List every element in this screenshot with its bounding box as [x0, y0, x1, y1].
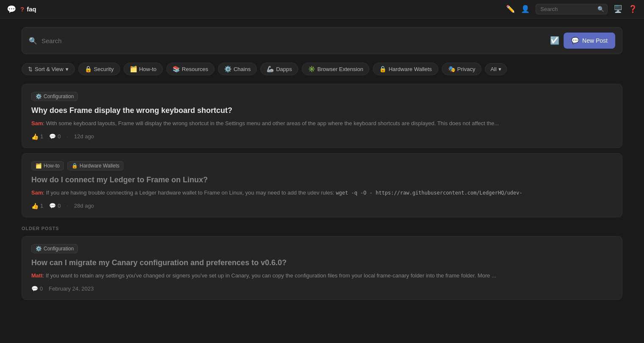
chat-icon: 💬: [7, 5, 16, 14]
post-3-excerpt-text: If you want to retain any settings you'v…: [46, 272, 496, 279]
post-1-comments: 💬 0: [49, 133, 61, 140]
resources-label: Resources: [182, 66, 208, 72]
new-post-button[interactable]: 💬 New Post: [564, 33, 615, 49]
post-2-tags: 🗂️ How-to 🔒 Hardware Wallets: [31, 161, 613, 170]
chains-label: Chains: [234, 66, 250, 72]
post-2-author: Sam: [31, 189, 43, 196]
all-chevron: ▾: [498, 66, 501, 72]
nav-search-input[interactable]: [536, 4, 608, 14]
post-1-tag-configuration: ⚙️ Configuration: [31, 92, 78, 101]
post-2-code: wget -q -O - https://raw.githubuserconte…: [336, 190, 523, 196]
hardware-pill-icon: 🔒: [72, 163, 78, 169]
user-icon[interactable]: 👤: [521, 5, 530, 14]
post-1-comments-count: 0: [58, 133, 61, 140]
post-3-title: How can I migrate my Canary configuratio…: [31, 258, 613, 268]
post-2-colon: :: [43, 189, 46, 196]
post-1-excerpt-text: With some keyboard layouts, Frame will d…: [46, 120, 499, 126]
post-3-comments: 💬 0: [31, 285, 43, 292]
sort-button[interactable]: ⇅ Sort & View ▾: [22, 63, 75, 75]
search-bar: 🔍 ☑️ 💬 New Post: [22, 27, 622, 54]
chains-icon: ⚙️: [224, 66, 231, 72]
filter-all[interactable]: All ▾: [485, 63, 506, 75]
post-card-1[interactable]: ⚙️ Configuration Why does Frame display …: [22, 84, 622, 148]
hardware-pill-label: Hardware Wallets: [80, 163, 119, 169]
config-pill-label: Configuration: [44, 93, 74, 99]
post-3-tag-configuration: ⚙️ Configuration: [31, 244, 78, 253]
older-posts-label: OLDER POSTS: [22, 226, 622, 231]
search-input[interactable]: [41, 37, 546, 44]
post-3-tags: ⚙️ Configuration: [31, 244, 613, 253]
post-1-dot: ·: [66, 133, 68, 140]
filter-dapps[interactable]: 🦾 Dapps: [260, 63, 298, 75]
sort-label: Sort & View: [35, 66, 63, 72]
hardware-wallets-icon: 🔒: [379, 66, 386, 72]
config-pill-icon: ⚙️: [36, 93, 42, 99]
howto-label: How-to: [139, 66, 157, 72]
logo-question: ?: [20, 5, 24, 13]
sort-chevron: ▾: [66, 66, 69, 72]
comment-icon: 💬: [49, 133, 56, 140]
notification-icon[interactable]: ✏️: [506, 5, 515, 14]
browser-extension-label: Browser Extension: [317, 66, 363, 72]
post-2-likes: 👍 1: [31, 203, 43, 209]
new-post-label: New Post: [582, 37, 608, 44]
post-2-title: How do I connect my Ledger to Frame on L…: [31, 175, 613, 185]
post-1-author: Sam: [31, 120, 43, 126]
app-logo: ? faq: [20, 5, 36, 13]
post-1-excerpt-colon: :: [43, 120, 46, 126]
dapps-icon: 🦾: [267, 66, 274, 72]
post-1-title: Why does Frame display the wrong keyboar…: [31, 105, 613, 116]
post-3-excerpt: Matt: If you want to retain any settings…: [31, 272, 613, 280]
filter-hardware-wallets[interactable]: 🔒 Hardware Wallets: [373, 63, 438, 75]
post-2-comments: 💬 0: [49, 203, 61, 209]
post-2-tag-howto: 🗂️ How-to: [31, 161, 64, 170]
security-label: Security: [94, 66, 114, 72]
post-2-excerpt: Sam: If you are having trouble connectin…: [31, 189, 613, 198]
filter-chains[interactable]: ⚙️ Chains: [218, 63, 257, 75]
post-2-comments-count: 0: [58, 203, 61, 209]
post-3-colon: :: [43, 272, 46, 279]
post-1-meta: 👍 1 💬 0 · 12d ago: [31, 133, 613, 140]
post-1-tags: ⚙️ Configuration: [31, 92, 613, 101]
check-icon: ☑️: [550, 36, 559, 45]
comment-icon-2: 💬: [49, 203, 56, 209]
help-icon[interactable]: ❓: [628, 5, 637, 14]
post-3-meta: 💬 0 February 24, 2023: [31, 285, 613, 292]
post-card-3[interactable]: ⚙️ Configuration How can I migrate my Ca…: [22, 236, 622, 300]
search-icon: 🔍: [29, 37, 37, 45]
post-3-comments-count: 0: [40, 285, 43, 292]
sort-icon: ⇅: [28, 66, 33, 72]
post-2-excerpt-text: If you are having trouble connecting a L…: [46, 189, 523, 196]
resources-icon: 📚: [173, 66, 180, 72]
post-3-author: Matt: [31, 272, 43, 279]
filter-howto[interactable]: 🗂️ How-to: [124, 63, 163, 75]
post-1-timestamp: 12d ago: [74, 133, 94, 140]
post-3-timestamp: February 24, 2023: [49, 285, 94, 292]
new-post-chat-icon: 💬: [571, 37, 579, 44]
config-pill-label-3: Configuration: [44, 246, 74, 252]
post-1-excerpt: Sam: With some keyboard layouts, Frame w…: [31, 119, 613, 128]
comment-icon-3: 💬: [31, 285, 38, 292]
post-1-likes-count: 1: [40, 133, 43, 140]
post-2-meta: 👍 1 💬 0 · 28d ago: [31, 203, 613, 209]
main-container: 🔍 ☑️ 💬 New Post ⇅ Sort & View ▾ 🔒 Securi…: [9, 19, 635, 313]
post-card-2[interactable]: 🗂️ How-to 🔒 Hardware Wallets How do I co…: [22, 153, 622, 217]
howto-pill-icon: 🗂️: [36, 163, 42, 169]
filter-browser-extension[interactable]: ✳️ Browser Extension: [302, 63, 369, 75]
hardware-wallets-label: Hardware Wallets: [388, 66, 432, 72]
logo-title: faq: [27, 5, 36, 13]
nav-search-wrapper: 🔍: [536, 4, 608, 14]
filter-security[interactable]: 🔒 Security: [78, 63, 120, 75]
desktop-icon[interactable]: 🖥️: [614, 5, 622, 14]
post-2-likes-count: 1: [40, 203, 43, 209]
filter-privacy[interactable]: 🎭 Privacy: [442, 63, 482, 75]
config-pill-icon-3: ⚙️: [36, 246, 42, 252]
post-2-tag-hardware: 🔒 Hardware Wallets: [67, 161, 124, 170]
post-1-likes: 👍 1: [31, 133, 43, 140]
top-nav: 💬 ? faq ✏️ 👤 🔍 🖥️ ❓: [0, 0, 644, 19]
filter-resources[interactable]: 📚 Resources: [166, 63, 215, 75]
thumbs-up-icon-2: 👍: [31, 203, 39, 209]
post-2-timestamp: 28d ago: [74, 203, 94, 209]
howto-pill-label: How-to: [44, 163, 60, 169]
all-label: All: [490, 66, 496, 72]
